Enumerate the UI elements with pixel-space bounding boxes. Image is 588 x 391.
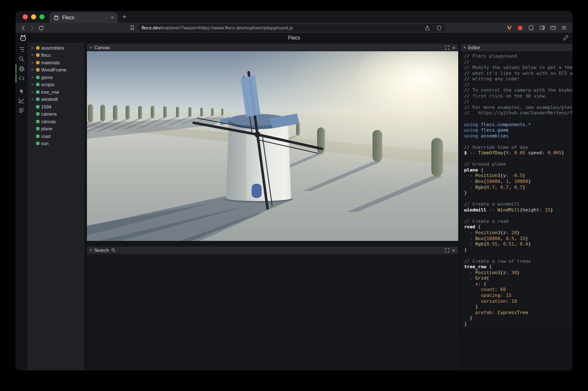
editor-panel-title: Editor <box>468 45 480 50</box>
tree-item-label: windmill <box>41 97 58 102</box>
stats-chart-button[interactable] <box>16 96 28 106</box>
browser-tab[interactable]: Flecs × <box>50 12 118 23</box>
expand-caret-icon[interactable]: ▸ <box>31 90 34 94</box>
tree-item-scripts[interactable]: ▸scripts <box>28 81 84 89</box>
page-title: Flecs <box>288 35 300 41</box>
shield-icon[interactable] <box>436 25 442 31</box>
close-panel-icon[interactable]: × <box>452 45 455 50</box>
flecs-logo-icon <box>19 34 27 42</box>
canvas-3d-view[interactable] <box>87 51 458 241</box>
zoom-window-button[interactable] <box>39 14 45 19</box>
tab-close-icon[interactable]: × <box>110 15 115 20</box>
search-results[interactable] <box>87 254 458 370</box>
expand-caret-icon[interactable]: ▸ <box>31 61 34 64</box>
tree-item-label: scripts <box>41 82 55 87</box>
editor-column: ▾ Editor × // Flecs playground//// Modif… <box>461 43 572 370</box>
tree-item-road[interactable]: road <box>28 132 84 140</box>
tree-item-label: plane <box>41 126 52 131</box>
entity-icon <box>36 90 39 94</box>
wallet-icon[interactable] <box>549 24 557 32</box>
new-tab-button[interactable]: + <box>122 13 127 21</box>
expand-caret-icon[interactable]: ▸ <box>31 53 34 57</box>
address-bar[interactable]: flecs.dev/explorer/?wasm=https://www.fle… <box>137 24 446 32</box>
entity-icon <box>36 98 39 101</box>
tree-item-label: WoodFrame <box>41 67 66 72</box>
tree-item-flecs[interactable]: ▸flecs <box>28 52 84 59</box>
tree-item-game[interactable]: ▸game <box>28 74 84 81</box>
tree-item-windmill[interactable]: ▸windmill <box>28 96 84 103</box>
tree-item-label: tree_row <box>41 90 59 95</box>
tree-item-label: materials <box>41 60 60 65</box>
tree-item-materials[interactable]: ▸materials <box>28 59 84 66</box>
tree-item-label: flecs <box>41 53 51 58</box>
tree-item-canvas[interactable]: canvas <box>28 118 84 125</box>
entity-icon <box>36 135 39 138</box>
bookmarks-panel-icon[interactable] <box>128 24 136 32</box>
logs-button[interactable] <box>16 106 28 115</box>
tree-item-tree_row[interactable]: ▸tree_row <box>28 88 84 96</box>
editor-code[interactable]: // Flecs playground//// Modify the value… <box>461 51 572 329</box>
tree-item-label: camera <box>41 111 57 116</box>
browser-toolbar: flecs.dev/explorer/?wasm=https://www.fle… <box>16 23 572 33</box>
url-domain: flecs.dev <box>142 25 160 30</box>
tree-item-label: assemblies <box>41 45 64 50</box>
entity-icon <box>36 127 39 130</box>
editor-panel-header: ▾ Editor × <box>461 44 572 51</box>
entity-icon <box>36 142 39 145</box>
editor-panel: ▾ Editor × // Flecs playground//// Modif… <box>461 44 572 329</box>
tree-item-WoodFrame[interactable]: ▸WoodFrame <box>28 66 84 74</box>
url-text: flecs.dev/explorer/?wasm=https://www.fle… <box>142 25 422 30</box>
entity-icon <box>36 76 39 79</box>
omnibox-divider <box>433 26 433 30</box>
canvas-panel-title: Canvas <box>94 45 110 50</box>
collapse-caret-icon[interactable]: ▾ <box>90 46 92 50</box>
expand-caret-icon[interactable]: ▸ <box>31 76 34 79</box>
query-search-button[interactable] <box>16 54 28 64</box>
expand-caret-icon[interactable]: ▸ <box>31 68 34 71</box>
code-editor-button[interactable] <box>16 74 28 83</box>
side-panel-icon[interactable] <box>538 24 546 32</box>
tree-item-label: game <box>41 75 53 80</box>
module-icon <box>36 61 39 64</box>
search-icon <box>111 248 116 252</box>
fullscreen-icon[interactable] <box>445 248 449 253</box>
extension-record-icon[interactable] <box>516 24 525 32</box>
share-icon[interactable] <box>425 25 430 31</box>
expand-caret-icon[interactable]: ▸ <box>31 46 34 50</box>
minimize-window-button[interactable] <box>31 14 36 19</box>
back-button[interactable] <box>19 24 28 32</box>
tree-item-plane[interactable]: plane <box>28 125 84 133</box>
inspector-button[interactable] <box>16 86 28 96</box>
tree-item-assemblies[interactable]: ▸assemblies <box>28 44 84 52</box>
search-panel: ▾ Search × <box>87 246 458 370</box>
canvas-panel-header: ▾ Canvas × <box>87 44 458 51</box>
menu-button[interactable] <box>559 24 568 32</box>
fullscreen-icon[interactable] <box>445 45 449 50</box>
tree-item-sun[interactable]: sun <box>28 140 84 148</box>
reload-button[interactable] <box>37 24 45 32</box>
expand-caret-icon[interactable]: ▸ <box>31 98 34 101</box>
flecs-favicon-icon <box>53 15 59 21</box>
tree-item-1584[interactable]: 1584 <box>28 103 84 111</box>
permalink-icon[interactable] <box>563 35 569 41</box>
traffic-lights <box>16 14 50 19</box>
close-panel-icon[interactable]: × <box>452 248 455 253</box>
tab-strip: Flecs × + <box>16 11 572 23</box>
collapse-caret-icon[interactable]: ▾ <box>464 46 466 50</box>
scene-canvas-button[interactable] <box>16 64 28 74</box>
tree-item-camera[interactable]: camera <box>28 111 84 118</box>
forward-button[interactable] <box>28 24 37 32</box>
module-icon <box>36 68 39 71</box>
extensions-puzzle-icon[interactable] <box>527 24 536 32</box>
extension-v-icon[interactable] <box>505 24 514 32</box>
canvas-panel: ▾ Canvas × <box>87 44 458 241</box>
tree-item-label: road <box>41 134 50 139</box>
browser-window: Flecs × + flecs.dev/explorer/?wasm=https… <box>16 11 572 370</box>
entity-icon <box>36 83 39 86</box>
search-panel-header: ▾ Search × <box>87 246 458 254</box>
collapse-caret-icon[interactable]: ▾ <box>90 248 92 252</box>
close-window-button[interactable] <box>23 14 28 19</box>
entities-outline-button[interactable] <box>16 45 28 54</box>
expand-caret-icon[interactable]: ▸ <box>31 83 34 86</box>
module-icon <box>36 53 39 57</box>
